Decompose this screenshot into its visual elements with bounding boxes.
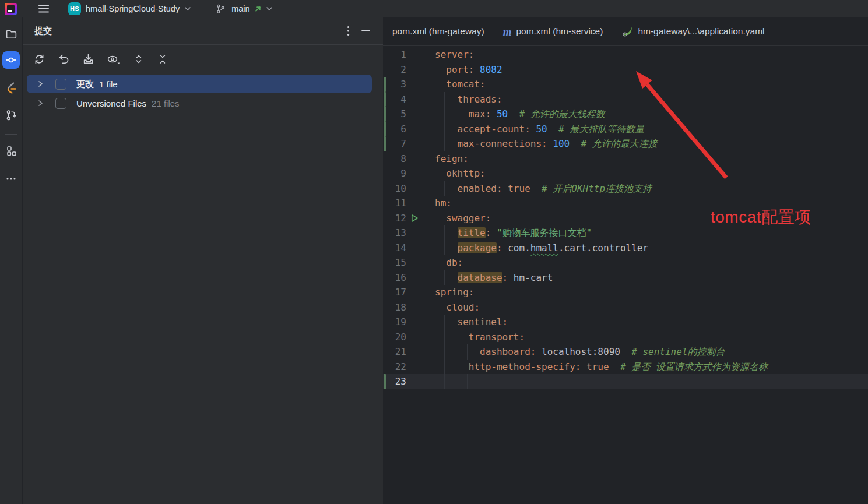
code-line[interactable]: 18 cloud: (383, 300, 868, 315)
code-line[interactable]: 16 database: hm-cart (383, 270, 868, 286)
sidebar-item-more[interactable] (2, 170, 20, 188)
collapse-all-button[interactable] (156, 52, 170, 66)
line-number: 12 (383, 211, 406, 226)
code-line[interactable]: 20 transport: (383, 330, 868, 345)
main-toolbar: HS hmall-SpringCloud-Study main (0, 0, 868, 17)
code-line[interactable]: 7 max-connections: 100 # 允许的最大连接 (383, 136, 868, 151)
sidebar-item-project[interactable] (2, 25, 20, 43)
hamburger-menu-button[interactable] (37, 3, 51, 15)
run-icon[interactable] (410, 214, 419, 223)
code-line[interactable]: 13 title: "购物车服务接口文档" (383, 225, 868, 241)
line-number: 3 (383, 77, 406, 92)
code-line[interactable]: 12 swagger: (383, 211, 868, 226)
branch-name: main (231, 4, 249, 13)
leetcode-icon (5, 82, 17, 94)
line-number: 5 (383, 107, 406, 122)
spring-boot-icon (621, 26, 633, 37)
rollback-button[interactable] (57, 52, 71, 66)
code-line[interactable]: 22 http-method-specify: true # 是否 设置请求方式… (383, 360, 868, 375)
code-line[interactable]: 5 max: 50 # 允许的最大线程数 (383, 107, 868, 122)
more-dots-icon (6, 177, 16, 181)
stripe-divider (5, 134, 17, 135)
group-count: 1 file (99, 79, 118, 89)
tab-label: hm-gateway\...\application.yaml (638, 26, 764, 37)
line-number: 20 (383, 330, 406, 345)
code-line[interactable]: 19 sentinel: (383, 315, 868, 330)
minimize-icon (361, 30, 370, 32)
code-line[interactable]: 3 tomcat: (383, 77, 868, 92)
code-line[interactable]: 23 (383, 374, 868, 389)
code-line[interactable]: 17spring: (383, 285, 868, 300)
tool-window-stripe (0, 17, 23, 504)
kebab-menu-icon (347, 26, 350, 36)
line-number: 1 (383, 47, 406, 62)
line-number: 22 (383, 360, 406, 375)
change-marker (384, 136, 386, 151)
group-checkbox[interactable] (55, 98, 66, 109)
code-line[interactable]: 15 db: (383, 255, 868, 270)
shelve-button[interactable] (81, 52, 96, 66)
code-lines[interactable]: 1server:2 port: 80823 tomcat:4 threads:5… (383, 46, 868, 389)
tab-application-yaml[interactable]: hm-gateway\...\application.yaml (612, 17, 774, 45)
project-name: hmall-SpringCloud-Study (86, 4, 180, 13)
sidebar-item-pull-requests[interactable] (2, 106, 20, 124)
intellij-logo-icon (5, 3, 17, 15)
code-line[interactable]: 4 threads: (383, 92, 868, 107)
line-number: 21 (383, 344, 406, 360)
sidebar-item-commit[interactable] (2, 51, 20, 69)
sidebar-item-leetcode[interactable] (2, 79, 20, 97)
project-widget[interactable]: HS hmall-SpringCloud-Study (68, 2, 191, 15)
code-line[interactable]: 10 enabled: true # 开启OKHttp连接池支持 (383, 181, 868, 196)
folder-icon (5, 28, 17, 40)
group-count: 21 files (152, 98, 180, 108)
view-options-button[interactable] (106, 52, 122, 66)
line-number: 7 (383, 136, 406, 151)
line-number: 8 (383, 151, 406, 167)
line-number: 23 (383, 374, 406, 389)
sidebar-item-structure[interactable] (2, 142, 20, 160)
commit-icon (5, 54, 17, 66)
change-marker (384, 92, 386, 107)
chevron-down-icon (266, 6, 273, 11)
hide-panel-button[interactable] (360, 29, 371, 33)
group-checkbox[interactable] (55, 79, 66, 90)
code-line[interactable]: 6 accept-count: 50 # 最大排队等待数量 (383, 122, 868, 137)
editor-area: pom.xml (hm-gateway) m pom.xml (hm-servi… (383, 17, 868, 504)
tab-pom-hm-gateway[interactable]: pom.xml (hm-gateway) (383, 17, 494, 45)
expand-chevron-icon[interactable] (37, 80, 44, 87)
line-number: 4 (383, 92, 406, 107)
line-number: 11 (383, 196, 406, 211)
line-number: 15 (383, 255, 406, 270)
change-marker (384, 374, 386, 389)
structure-icon (5, 145, 17, 157)
changes-group-row[interactable]: 更改 1 file (27, 75, 372, 93)
commit-tool-window: 提交 (23, 17, 383, 504)
maven-icon: m (503, 26, 512, 37)
code-line[interactable]: 14 package: com.hmall.cart.controller (383, 241, 868, 256)
expand-chevron-icon[interactable] (37, 100, 44, 107)
rollback-icon (58, 53, 70, 65)
chevron-down-icon (184, 6, 191, 11)
group-label: 更改 (76, 79, 94, 90)
change-marker (384, 77, 386, 92)
code-line[interactable]: 9 okhttp: (383, 166, 868, 181)
expand-all-icon (133, 53, 145, 65)
panel-options-button[interactable] (346, 24, 351, 37)
unversioned-group-row[interactable]: Unversioned Files 21 files (27, 94, 372, 112)
line-number: 16 (383, 270, 406, 286)
expand-all-button[interactable] (132, 52, 146, 66)
code-line[interactable]: 2 port: 8082 (383, 62, 868, 77)
hamburger-icon (38, 4, 50, 13)
eye-icon (107, 53, 121, 65)
project-badge: HS (68, 2, 81, 15)
code-line[interactable]: 1server: (383, 47, 868, 62)
commit-panel-title: 提交 (34, 26, 336, 37)
code-line[interactable]: 11hm: (383, 196, 868, 211)
code-line[interactable]: 8feign: (383, 151, 868, 167)
tab-pom-hm-service[interactable]: m pom.xml (hm-service) (494, 17, 613, 45)
code-line[interactable]: 21 dashboard: localhost:8090 # sentinel的… (383, 344, 868, 360)
change-marker (384, 122, 386, 137)
commit-toolbar (23, 45, 383, 72)
refresh-button[interactable] (32, 52, 47, 66)
vcs-branch-widget[interactable]: main (216, 3, 272, 14)
